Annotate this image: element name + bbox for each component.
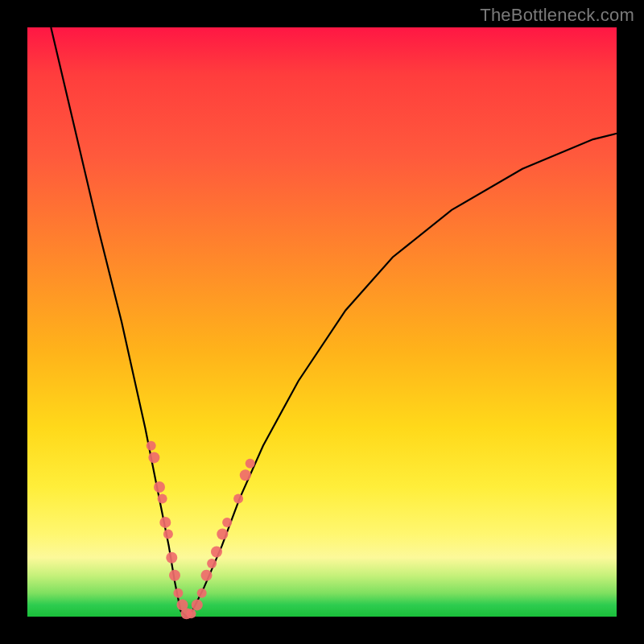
- data-point-marker: [207, 559, 217, 568]
- data-point-marker: [147, 441, 156, 451]
- data-point-marker: [192, 599, 203, 610]
- data-point-marker: [169, 570, 180, 581]
- data-point-marker: [217, 529, 228, 540]
- data-point-marker: [246, 459, 255, 469]
- data-point-marker: [148, 452, 159, 463]
- data-point-marker: [201, 570, 213, 581]
- data-point-marker: [211, 547, 222, 558]
- data-point-marker: [222, 518, 232, 527]
- watermark-text: TheBottleneck.com: [480, 5, 634, 26]
- data-point-marker: [166, 552, 177, 564]
- data-point-marker: [233, 494, 243, 504]
- data-point-marker: [154, 481, 165, 493]
- chart-frame: TheBottleneck.com: [0, 0, 644, 644]
- chart-svg: [27, 27, 617, 617]
- plot-area: [27, 27, 617, 617]
- data-point-marker: [158, 494, 167, 504]
- data-point-marker: [197, 588, 207, 598]
- data-point-marker: [159, 517, 171, 528]
- marker-group: [147, 441, 255, 620]
- data-point-marker: [187, 609, 196, 618]
- data-point-marker: [240, 469, 251, 481]
- bottleneck-curve: [51, 27, 617, 617]
- data-point-marker: [163, 530, 173, 539]
- data-point-marker: [173, 588, 183, 598]
